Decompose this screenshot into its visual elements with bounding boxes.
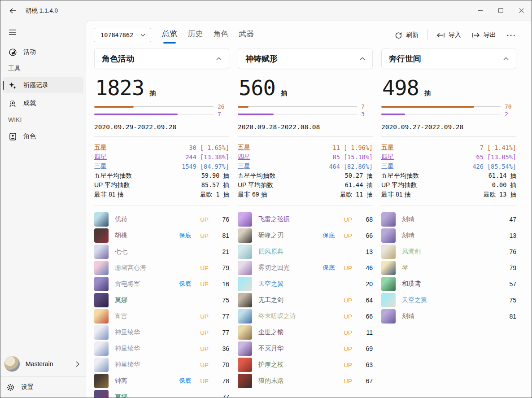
pull-item-row[interactable]: 神里绫华UP70 <box>94 357 229 373</box>
stat-value: 最欧 11 抽 <box>340 191 373 199</box>
item-avatar <box>94 277 109 291</box>
sidebar-item-settings[interactable]: 设置 <box>0 377 86 398</box>
pull-item-row[interactable]: 四风原典13 <box>238 244 373 260</box>
pull-item-row[interactable]: 无工之剑UP64 <box>238 292 373 308</box>
pull-item-row[interactable]: 胡桃保底UP81 <box>94 227 229 244</box>
pity-progress-bar: 70 <box>381 103 516 110</box>
stat-label[interactable]: 五星 <box>381 144 394 152</box>
pull-item-row[interactable]: 斫峰之刃保底UP66 <box>238 227 373 244</box>
pity-count: 70 <box>505 103 516 110</box>
pity-progress-bar: 3 <box>238 110 373 118</box>
pull-item-row[interactable]: 神里绫华UP36 <box>94 341 229 357</box>
item-pull-count: 68 <box>362 216 373 223</box>
banner-date-range: 2020.09.29-2022.09.28 <box>94 123 229 131</box>
item-avatar <box>238 245 252 259</box>
app-title: 胡桃 1.1.4.0 <box>26 7 58 15</box>
close-icon <box>519 8 524 13</box>
collapse-icon[interactable] <box>360 57 365 61</box>
stat-value: 30 [ 1.65%] <box>189 144 229 151</box>
sidebar-item-characters[interactable]: 角色 <box>3 128 83 144</box>
pull-item-row[interactable]: 神里绫华UP77 <box>94 324 229 341</box>
pull-item-row[interactable]: 风鹰剑76 <box>381 244 516 260</box>
stat-label[interactable]: 四星 <box>94 153 107 161</box>
maximize-button[interactable] <box>490 0 511 21</box>
back-button[interactable] <box>3 3 22 18</box>
back-arrow-icon <box>9 8 16 13</box>
up-badge: UP <box>200 281 209 288</box>
pull-item-row[interactable]: 钟离保底UP78 <box>94 373 229 389</box>
tab-overview[interactable]: 总览 <box>161 27 179 44</box>
item-name: 莫娜 <box>115 393 209 398</box>
sidebar-item-activity[interactable]: 活动 <box>3 44 83 60</box>
pull-item-row[interactable]: 护摩之杖UP63 <box>238 357 373 373</box>
pull-item-row[interactable]: 不灭月华UP69 <box>238 341 373 357</box>
pull-item-row[interactable]: 雷电将军保底UP16 <box>94 276 229 292</box>
item-avatar <box>238 212 252 227</box>
sidebar-item-wish-records[interactable]: 祈愿记录 <box>3 77 83 93</box>
pull-item-row[interactable]: 终末嗟叹之诗UP66 <box>238 308 373 324</box>
stat-label[interactable]: 三星 <box>238 162 250 171</box>
item-name: 风鹰剑 <box>402 248 496 256</box>
pull-item-row[interactable]: 尘世之锁UP11 <box>238 324 373 341</box>
banner-card-header: 奔行世间 <box>381 48 516 69</box>
tab-weapons[interactable]: 武器 <box>237 27 255 44</box>
item-pull-count: 79 <box>218 264 229 271</box>
stat-label[interactable]: 五星 <box>94 144 107 152</box>
item-avatar <box>381 212 396 227</box>
pull-item-row[interactable]: 天空之翼75 <box>381 292 516 308</box>
guarantee-badge: 保底 <box>179 280 191 288</box>
stat-label[interactable]: 五星 <box>238 144 250 152</box>
pull-item-row[interactable]: 和璞鸢57 <box>381 276 516 292</box>
item-pull-count: 76 <box>218 216 229 223</box>
pull-item-row[interactable]: 天空之翼20 <box>238 276 373 292</box>
window-controls <box>470 0 532 21</box>
pull-item-row[interactable]: 珊瑚宫心海UP79 <box>94 260 229 276</box>
pull-item-row[interactable]: 刻晴47 <box>381 211 516 227</box>
collapse-icon[interactable] <box>503 57 509 61</box>
pull-item-row[interactable]: 琴79 <box>381 260 516 276</box>
stat-row: 四星65 [13.05%] <box>381 152 516 162</box>
pull-item-row[interactable]: 刻晴13 <box>381 227 516 244</box>
minimize-button[interactable] <box>470 0 490 21</box>
stat-label[interactable]: 三星 <box>94 162 107 171</box>
item-name: 雾切之回光 <box>258 264 314 272</box>
item-avatar <box>94 212 109 227</box>
pull-item-row[interactable]: 莫娜77 <box>94 389 229 398</box>
stat-label[interactable]: 三星 <box>381 162 394 171</box>
user-account-row[interactable]: Masterain <box>0 351 86 376</box>
user-name: Masterain <box>26 360 70 367</box>
pull-item-row[interactable]: 飞雷之弦振UP68 <box>238 211 373 227</box>
stat-row: UP 平均抽数61.44 抽 <box>238 180 373 190</box>
stat-row: 五星平均抽数61.14 抽 <box>381 171 516 180</box>
item-avatar <box>381 293 396 307</box>
pull-item-row[interactable]: 宵宫UP77 <box>94 308 229 324</box>
stat-label: 最非 81 抽 <box>94 191 123 199</box>
nav-menu-button[interactable] <box>3 24 22 40</box>
pull-item-row[interactable]: 七七21 <box>94 244 229 260</box>
sidebar-item-achievements[interactable]: 成就 <box>3 95 83 111</box>
tab-history[interactable]: 历史 <box>186 27 204 44</box>
pull-item-row[interactable]: 优菈UP76 <box>94 211 229 227</box>
close-button[interactable] <box>511 0 532 21</box>
pull-item-row[interactable]: 刻晴81 <box>381 308 516 324</box>
pull-item-row[interactable]: 莫娜75 <box>94 292 229 308</box>
stat-label[interactable]: 四星 <box>238 153 250 161</box>
up-badge: UP <box>200 329 209 336</box>
pull-item-row[interactable]: 狼的末路UP67 <box>238 373 373 389</box>
hamburger-icon <box>9 30 16 35</box>
export-button[interactable]: 导出 <box>467 28 501 42</box>
uid-dropdown[interactable]: 107847862 <box>94 28 151 42</box>
up-badge: UP <box>200 346 209 352</box>
sidebar-section-tools: 工具 <box>0 61 86 76</box>
pull-item-row[interactable]: 雾切之回光保底UP46 <box>238 260 373 276</box>
collapse-icon[interactable] <box>216 57 222 61</box>
item-avatar <box>238 374 252 388</box>
stat-label[interactable]: 四星 <box>381 153 394 161</box>
sidebar-item-label: 设置 <box>21 383 34 391</box>
more-button[interactable]: ··· <box>502 28 521 42</box>
item-name: 不灭月华 <box>258 345 335 353</box>
refresh-button[interactable]: 刷新 <box>391 28 423 42</box>
tab-characters[interactable]: 角色 <box>212 27 230 44</box>
import-button[interactable]: 导入 <box>432 28 466 42</box>
stat-row: 三星426 [85.54%] <box>381 162 516 171</box>
